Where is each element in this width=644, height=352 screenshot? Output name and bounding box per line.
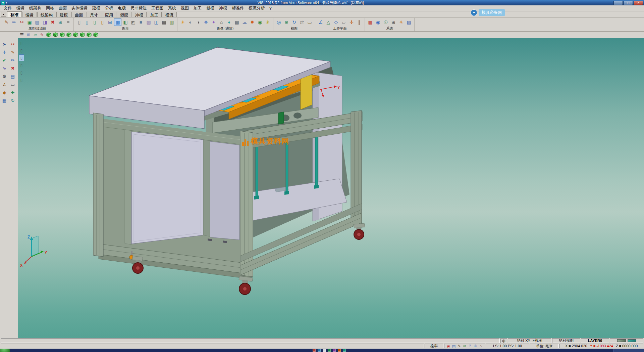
curve-icon[interactable]: ∿ [1,64,8,72]
display-mode-icon-2[interactable]: ▯ [19,47,24,54]
display-mode-icon-1[interactable]: ▯ [19,40,24,46]
view-cube-6-icon[interactable] [79,32,85,38]
zoom-view-icon[interactable]: ◎ [275,18,282,26]
gem-icon[interactable]: ♦ [225,18,233,26]
print-icon[interactable]: ▤ [451,344,457,348]
menu-item-线架构[interactable]: 线架构 [27,5,44,11]
menu-item-建模[interactable]: 建模 [90,5,103,11]
tab-曲面[interactable]: 曲面 [71,12,86,17]
ghost-view-icon[interactable]: ▨ [145,18,152,26]
menu-item-实体编辑[interactable]: 实体编辑 [69,5,90,11]
grid-icon[interactable]: ▦ [1,97,8,104]
system-tray[interactable] [613,349,644,352]
menu-item-塑模[interactable]: 塑模 [204,5,217,11]
scissors-icon[interactable]: ✂ [9,40,16,48]
light-source-icon[interactable]: ☀ [179,18,186,26]
tab-加工[interactable]: 加工 [147,12,162,17]
parallelogram-plane-icon[interactable]: ▱ [340,18,347,26]
sparkle-icon[interactable]: ✦ [210,18,217,26]
filter-list-icon[interactable]: ≡ [64,18,72,26]
filter-remove-icon[interactable]: ✖ [49,18,56,26]
attribute-cut-icon[interactable]: ✂ [18,18,25,26]
taskbar-app-2[interactable] [318,349,321,352]
workplane-icon[interactable]: ▱ [32,32,38,38]
edit-pencil-icon[interactable]: ✎ [9,48,16,56]
star-icon[interactable]: ✳ [264,18,271,26]
system-grid-icon[interactable]: ⊞ [390,18,397,26]
solid-view-icon[interactable]: ■ [137,18,145,26]
render-box-icon[interactable]: ▩ [160,18,168,26]
menu-item-编辑[interactable]: 编辑 [14,5,27,11]
shade-left-icon[interactable]: ◐ [187,18,194,26]
shade-right-icon[interactable]: ◑ [195,18,202,26]
burst-icon[interactable]: ✹ [249,18,256,26]
tab-dropdown-button[interactable]: ▾ [1,12,6,17]
tab-模流[interactable]: 模流 [162,12,177,17]
step-icon[interactable]: ② [473,344,478,348]
sketch-icon[interactable]: ✎ [39,32,45,38]
help-icon[interactable]: ? [467,344,473,348]
pattern-icon[interactable]: ▩ [233,18,240,26]
fit-view-icon[interactable]: ⊕ [283,18,290,26]
menu-item-工程图[interactable]: 工程图 [149,5,166,11]
view-cube-7-icon[interactable] [86,32,92,38]
draw-pencil-icon[interactable]: ✏ [9,56,16,64]
taskbar-app-6[interactable] [338,349,341,352]
menu-item-冲模[interactable]: 冲模 [217,5,229,11]
pen-icon[interactable]: ✎ [457,344,462,348]
status-view-mode[interactable]: 绝对 XY 上视图 [508,338,551,343]
titlebar-caret-icon[interactable]: ▾ [6,1,7,4]
layer-table-icon[interactable]: ▤ [34,18,41,26]
angle-plane-icon[interactable]: ∠ [317,18,324,26]
viewport[interactable]: ▯▯▯▯▯▯ [18,38,644,338]
measure-angle-icon[interactable]: ∠ [1,81,8,88]
window-view-icon[interactable]: ▭ [306,18,313,26]
system-burst-icon[interactable]: ✳ [397,18,405,26]
tab-标准[interactable]: 标准 [7,11,22,17]
view-cube-1-icon[interactable] [46,32,52,38]
3d-model-canvas[interactable]: Y Z Y X [18,38,644,338]
cloud-icon[interactable]: ☁ [241,18,248,26]
attribute-edit-icon[interactable]: ✎ [3,18,10,26]
move-icon[interactable]: ✛ [1,48,8,56]
home-icon[interactable]: ⌂ [478,344,483,348]
sheet-icon[interactable]: ▤ [9,73,16,80]
add-tag-icon[interactable]: ✚ [9,89,16,96]
shaded-view-icon[interactable]: ▦ [114,18,121,26]
status-zoom-icon[interactable]: ◎ [500,338,507,343]
start-button[interactable] [0,349,10,352]
material-icon[interactable]: ❖ [202,18,210,26]
menu-item-网格[interactable]: 网格 [44,5,56,11]
taskbar-app-7[interactable] [343,349,346,352]
tab-塑膜[interactable]: 塑膜 [117,12,131,17]
settings-gear-icon[interactable]: ⚙ [1,73,8,80]
view-cube-8-icon[interactable] [93,32,99,38]
add-icon[interactable]: ⊕ [462,344,467,348]
tab-编辑[interactable]: 编辑 [22,12,37,17]
minimize-button[interactable]: ─ [613,1,623,5]
select-arrow-icon[interactable]: ➤ [1,40,8,48]
tab-建模[interactable]: 建模 [56,12,71,17]
display-mode-icon-4[interactable]: ▯ [19,62,24,69]
filter-grid-icon[interactable]: ⊞ [57,18,64,26]
parallel-plane-icon[interactable]: ∥ [356,18,363,26]
triangle-plane-icon[interactable]: △ [325,18,332,26]
menu-item-分析[interactable]: 分析 [103,5,115,11]
system-hatch-icon[interactable]: ▨ [405,18,413,26]
menu-item-文件[interactable]: 文件 [1,5,14,11]
attribute-copy-icon[interactable]: ✏ [10,18,18,26]
texture-box-icon[interactable]: ▥ [168,18,175,26]
color-grid-icon[interactable]: ▦ [367,18,374,26]
confirm-check-icon[interactable]: ✔ [1,56,8,64]
pan-view-icon[interactable]: ⇄ [298,18,306,26]
snap-indicator-icon[interactable]: ◉ [446,344,451,348]
snap-grid-icon[interactable]: ⊞ [25,32,32,38]
hidden-line-icon[interactable]: ◧ [122,18,129,26]
cylinder-blue-icon[interactable]: ▯ [83,18,91,26]
canvas-menu-icon[interactable]: ☰ [19,32,25,37]
menu-item-视图[interactable]: 视图 [178,5,191,11]
menu-item-曲面[interactable]: 曲面 [56,5,69,11]
rotate-view-icon[interactable]: ↻ [290,18,298,26]
menu-item-标准件[interactable]: 标准件 [229,5,246,11]
diamond-plane-icon[interactable]: ◇ [332,18,340,26]
